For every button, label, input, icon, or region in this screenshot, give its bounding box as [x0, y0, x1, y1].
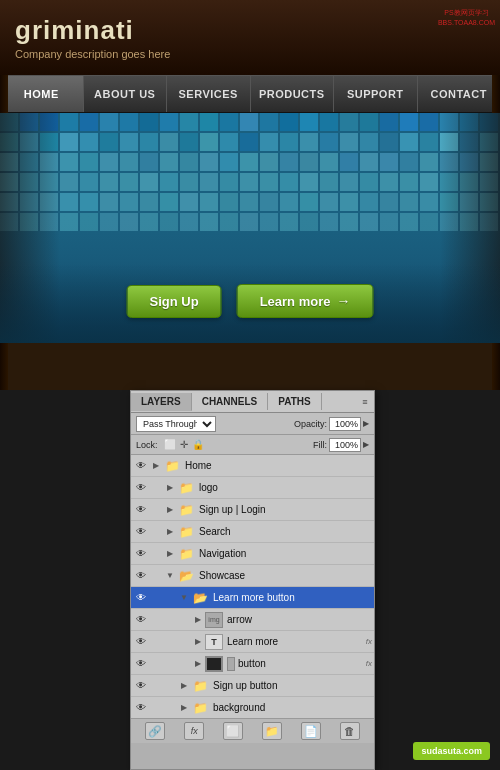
svg-rect-134 — [120, 213, 138, 231]
layer-signup-login[interactable]: 👁 ▶ 📁 Sign up | Login — [131, 499, 374, 521]
learnmore-button[interactable]: Learn more → — [237, 284, 374, 318]
lock-position-icon[interactable]: ✛ — [180, 439, 188, 450]
new-folder-button[interactable]: 📁 — [262, 722, 282, 740]
thumb-signup-login: 📁 — [177, 502, 195, 518]
svg-rect-83 — [120, 173, 138, 191]
expand-search[interactable]: ▶ — [163, 521, 177, 542]
layer-logo[interactable]: 👁 ▶ 📁 logo — [131, 477, 374, 499]
eye-signup-button[interactable]: 👁 — [133, 675, 149, 696]
layer-arrow[interactable]: 👁 ▶ img arrow — [131, 609, 374, 631]
site-header: griminati Company description goes here … — [0, 0, 500, 75]
new-layer-button[interactable]: 📄 — [301, 722, 321, 740]
expand-background-folder[interactable]: ▶ — [177, 697, 191, 718]
opacity-input[interactable] — [329, 417, 361, 431]
eye-learnmore-text[interactable]: 👁 — [133, 631, 149, 652]
eye-home[interactable]: 👁 — [133, 455, 149, 476]
layer-learnmore-text[interactable]: 👁 ▶ T Learn more fx — [131, 631, 374, 653]
expand-learnmore-btn[interactable]: ▼ — [177, 587, 191, 608]
eye-showcase[interactable]: 👁 — [133, 565, 149, 586]
blend-mode-select[interactable]: Pass Through — [136, 416, 216, 432]
layer-signup-button[interactable]: 👁 ▶ 📁 Sign up button — [131, 675, 374, 697]
svg-rect-143 — [300, 213, 318, 231]
svg-rect-7 — [100, 113, 118, 131]
svg-rect-5 — [60, 113, 78, 131]
eye-learnmore-btn[interactable]: 👁 — [133, 587, 149, 608]
nav-contact[interactable]: CONTACT — [418, 76, 501, 112]
svg-rect-56 — [80, 153, 98, 171]
svg-rect-65 — [260, 153, 278, 171]
tab-channels[interactable]: CHANNELS — [192, 393, 269, 410]
eye-background-folder[interactable]: 👁 — [133, 697, 149, 718]
tab-paths[interactable]: PATHS — [268, 393, 321, 410]
svg-rect-85 — [160, 173, 178, 191]
svg-rect-133 — [100, 213, 118, 231]
link-layers-button[interactable]: 🔗 — [145, 722, 165, 740]
eye-signup-login[interactable]: 👁 — [133, 499, 149, 520]
nav-support[interactable]: SUPPORT — [334, 76, 418, 112]
svg-rect-115 — [260, 193, 278, 211]
expand-button-shape[interactable]: ▶ — [191, 653, 205, 674]
expand-arrow[interactable]: ▶ — [191, 609, 205, 630]
nav-home[interactable]: HOME — [0, 76, 84, 112]
layer-name-arrow: arrow — [227, 614, 372, 625]
layer-navigation[interactable]: 👁 ▶ 📁 Navigation — [131, 543, 374, 565]
svg-rect-44 — [340, 133, 358, 151]
svg-rect-55 — [60, 153, 78, 171]
svg-rect-32 — [100, 133, 118, 151]
svg-rect-62 — [200, 153, 218, 171]
lock-all-icon[interactable]: 🔒 — [192, 439, 204, 450]
layer-home[interactable]: 👁 ▶ 📁 Home — [131, 455, 374, 477]
fill-arrow[interactable]: ▶ — [363, 440, 369, 449]
layer-background-folder[interactable]: 👁 ▶ 📁 background — [131, 697, 374, 718]
nav-services[interactable]: SERVICES — [167, 76, 251, 112]
nav-products[interactable]: PRODUCTS — [251, 76, 335, 112]
svg-rect-68 — [320, 153, 338, 171]
layers-controls: Pass Through Opacity: ▶ — [131, 413, 374, 435]
expand-logo[interactable]: ▶ — [163, 477, 177, 498]
thumb-showcase: 📂 — [177, 568, 195, 584]
learnmore-label: Learn more — [260, 294, 331, 309]
expand-signup-button[interactable]: ▶ — [177, 675, 191, 696]
eye-button-shape[interactable]: 👁 — [133, 653, 149, 674]
expand-signup-login[interactable]: ▶ — [163, 499, 177, 520]
expand-learnmore-text[interactable]: ▶ — [191, 631, 205, 652]
svg-rect-121 — [380, 193, 398, 211]
layer-showcase[interactable]: 👁 ▼ 📂 Showcase — [131, 565, 374, 587]
svg-rect-131 — [60, 213, 78, 231]
svg-rect-107 — [100, 193, 118, 211]
signup-button[interactable]: Sign Up — [127, 285, 222, 318]
svg-rect-8 — [120, 113, 138, 131]
layer-name-search: Search — [199, 526, 372, 537]
svg-rect-70 — [360, 153, 378, 171]
expand-home[interactable]: ▶ — [149, 455, 163, 476]
expand-navigation[interactable]: ▶ — [163, 543, 177, 564]
svg-rect-19 — [340, 113, 358, 131]
svg-rect-118 — [320, 193, 338, 211]
fill-input[interactable] — [329, 438, 361, 452]
eye-navigation[interactable]: 👁 — [133, 543, 149, 564]
layer-search[interactable]: 👁 ▶ 📁 Search — [131, 521, 374, 543]
layers-menu-button[interactable]: ≡ — [356, 391, 374, 412]
svg-rect-64 — [240, 153, 258, 171]
layer-button-shape[interactable]: 👁 ▶ button fx — [131, 653, 374, 675]
eye-search[interactable]: 👁 — [133, 521, 149, 542]
layer-learnmore-btn[interactable]: 👁 ▼ 📂 Learn more button — [131, 587, 374, 609]
eye-arrow[interactable]: 👁 — [133, 609, 149, 630]
layer-name-navigation: Navigation — [199, 548, 372, 559]
svg-rect-22 — [400, 113, 418, 131]
svg-rect-30 — [60, 133, 78, 151]
mask-button[interactable]: ⬜ — [223, 722, 243, 740]
svg-rect-71 — [380, 153, 398, 171]
tab-layers[interactable]: LAYERS — [131, 393, 192, 411]
svg-rect-6 — [80, 113, 98, 131]
nav-about[interactable]: ABOUT US — [84, 76, 168, 112]
fx-button[interactable]: fx — [184, 722, 204, 740]
svg-rect-41 — [280, 133, 298, 151]
opacity-arrow[interactable]: ▶ — [363, 419, 369, 428]
svg-rect-106 — [80, 193, 98, 211]
eye-logo[interactable]: 👁 — [133, 477, 149, 498]
expand-showcase[interactable]: ▼ — [163, 565, 177, 586]
svg-rect-89 — [240, 173, 258, 191]
delete-layer-button[interactable]: 🗑 — [340, 722, 360, 740]
lock-pixels-icon[interactable]: ⬜ — [164, 439, 176, 450]
